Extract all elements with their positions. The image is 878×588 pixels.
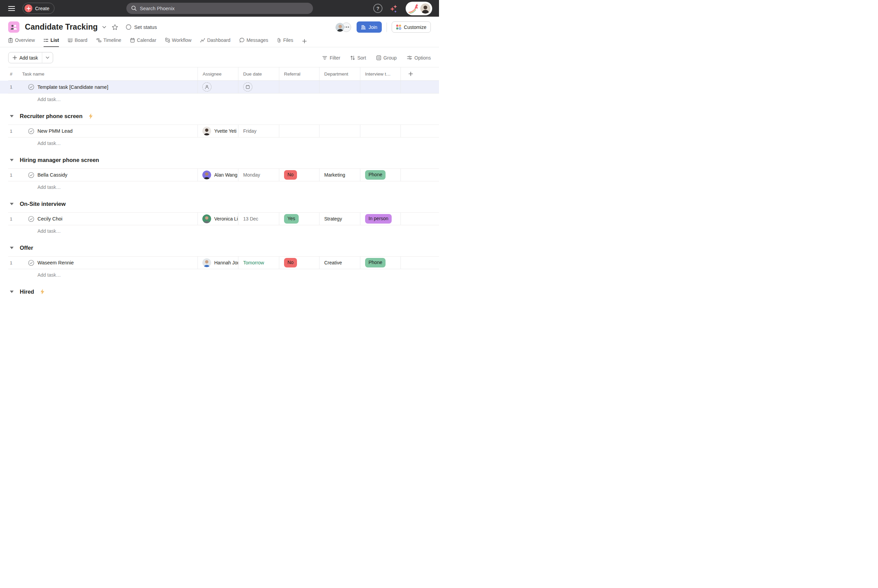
referral-badge[interactable]: Yes [284,214,299,224]
add-task-row[interactable]: Add task… [8,138,439,149]
search-input[interactable] [140,6,308,11]
set-status-button[interactable]: Set status [126,24,157,30]
referral-cell[interactable]: No [279,256,319,269]
add-task-row-label[interactable]: Add task… [18,269,197,280]
task-name-cell[interactable]: Cecily Choi [18,213,197,225]
due-date-cell[interactable]: Monday [238,169,279,181]
favorite-star-icon[interactable] [112,24,118,30]
department-cell[interactable]: Creative [319,256,360,269]
referral-cell[interactable] [279,81,319,93]
department-cell[interactable] [319,125,360,137]
tab-messages[interactable]: Messages [239,38,268,47]
check-circle-icon[interactable] [28,260,35,266]
add-view-plus-icon[interactable] [302,39,307,47]
interview-type-badge[interactable]: Phone [365,258,385,267]
collapse-triangle-icon[interactable] [10,291,14,293]
add-task-row[interactable]: Add task… [8,182,439,193]
group-button[interactable]: Group [376,55,397,61]
column-header-referral[interactable]: Referral [279,68,319,80]
add-task-row-label[interactable]: Add task… [18,225,197,237]
task-row[interactable]: 1 Waseem Rennie Hannah Jon… Tomorrow No … [0,256,439,269]
check-circle-icon[interactable] [28,128,35,134]
empty-due-date-icon[interactable] [243,82,253,92]
empty-assignee-icon[interactable] [202,82,212,92]
task-name-cell[interactable]: Template task [Candidate name] [18,81,197,93]
tab-board[interactable]: Board [68,38,87,47]
search-bar[interactable] [126,3,313,14]
task-name-cell[interactable]: Bella Cassidy [18,169,197,181]
options-button[interactable]: Options [407,55,431,61]
member-avatars[interactable] [335,22,351,32]
add-task-split-button[interactable]: Add task [8,52,53,63]
add-task-row-label[interactable]: Add task… [18,182,197,193]
section-name[interactable]: Hiring manager phone screen [20,157,99,164]
section-name[interactable]: Offer [20,244,33,251]
collapse-triangle-icon[interactable] [10,159,14,161]
project-people-icon[interactable] [8,21,20,33]
collapse-triangle-icon[interactable] [10,247,14,249]
add-task-dropdown-button[interactable] [42,52,53,63]
add-task-button[interactable]: Add task [9,52,42,63]
referral-cell[interactable] [279,125,319,137]
rule-bolt-icon[interactable] [40,289,45,294]
sidebar-toggle-hamburger-icon[interactable] [8,6,15,11]
tab-workflow[interactable]: Workflow [165,38,191,47]
check-circle-icon[interactable] [28,216,35,222]
assignee-cell[interactable]: Alan Wang [197,169,238,181]
title-chevron-down-icon[interactable] [102,26,106,28]
task-row[interactable]: 1 Cecily Choi Veronica Lin 13 Dec Yes St… [0,212,439,225]
section-name[interactable]: Recruiter phone screen [20,113,83,119]
referral-cell[interactable]: No [279,169,319,181]
column-header-department[interactable]: Department [319,68,360,80]
join-button[interactable]: Join [356,21,382,33]
column-header-interview-type[interactable]: Interview t… [360,68,400,80]
task-row[interactable]: 1 Template task [Candidate name] [0,81,439,94]
interview-type-badge[interactable]: In person [365,214,392,224]
ai-sparkles-icon[interactable] [390,4,398,13]
filter-button[interactable]: Filter [322,55,340,61]
due-date-cell[interactable]: Tomorrow [238,256,279,269]
task-row[interactable]: 1 New PMM Lead Yvette Yeti Friday [0,124,439,138]
assignee-cell[interactable]: Veronica Lin [197,213,238,225]
interview-type-badge[interactable]: Phone [365,170,385,180]
check-circle-icon[interactable] [28,84,35,90]
column-header-task-name[interactable]: Task name [18,68,197,80]
interview-type-cell[interactable]: Phone [360,169,400,181]
interview-type-cell[interactable] [360,125,400,137]
tab-calendar[interactable]: Calendar [130,38,156,47]
tab-dashboard[interactable]: Dashboard [200,38,230,47]
task-name-cell[interactable]: New PMM Lead [18,125,197,137]
tab-timeline[interactable]: Timeline [96,38,121,47]
check-circle-icon[interactable] [28,172,35,178]
help-button[interactable]: ? [373,4,382,13]
collapse-triangle-icon[interactable] [10,115,14,117]
department-cell[interactable]: Strategy [319,213,360,225]
interview-type-cell[interactable] [360,81,400,93]
referral-badge[interactable]: No [284,170,297,180]
due-date-cell[interactable] [238,81,279,93]
section-name[interactable]: Hired [20,288,34,294]
interview-type-cell[interactable]: In person [360,213,400,225]
task-row[interactable]: 1 Bella Cassidy Alan Wang Monday No Mark… [0,168,439,182]
create-button[interactable]: Create [23,3,54,14]
account-pill[interactable] [406,2,432,15]
section-name[interactable]: On-Site interview [20,201,66,207]
column-header-due-date[interactable]: Due date [238,68,279,80]
department-cell[interactable] [319,81,360,93]
tab-list[interactable]: List [44,38,59,47]
department-cell[interactable]: Marketing [319,169,360,181]
referral-badge[interactable]: No [284,258,297,267]
tab-overview[interactable]: Overview [8,38,35,47]
assignee-cell[interactable] [197,81,238,93]
sort-button[interactable]: Sort [350,55,366,61]
add-column-button[interactable] [400,68,439,80]
rule-bolt-icon[interactable] [89,113,93,119]
task-name-cell[interactable]: Waseem Rennie [18,256,197,269]
add-task-row-label[interactable]: Add task… [18,94,197,105]
due-date-cell[interactable]: Friday [238,125,279,137]
customize-button[interactable]: Customize [392,21,431,33]
add-task-row[interactable]: Add task… [8,225,439,237]
referral-cell[interactable]: Yes [279,213,319,225]
assignee-cell[interactable]: Hannah Jon… [197,256,238,269]
column-header-assignee[interactable]: Assignee [197,68,238,80]
